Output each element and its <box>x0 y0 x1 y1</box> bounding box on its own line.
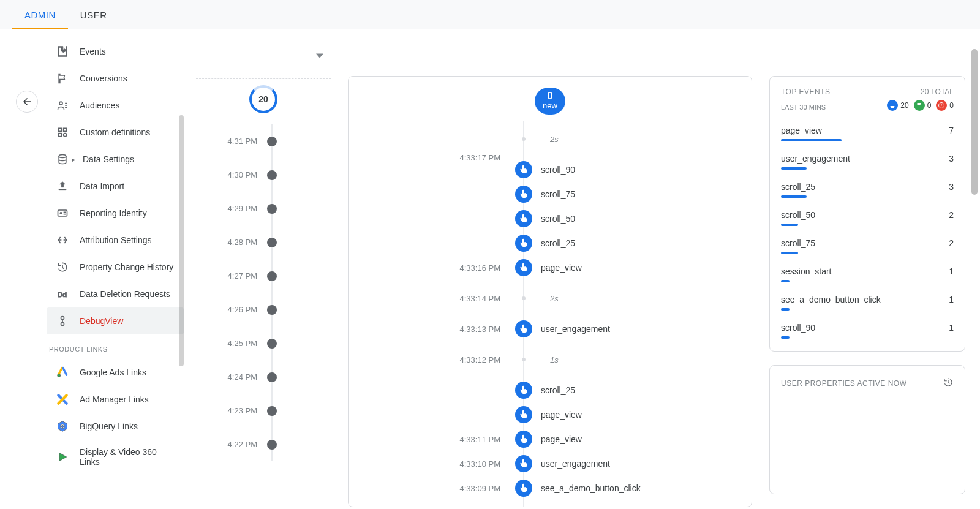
minute-dot[interactable] <box>267 204 277 214</box>
minute-dot[interactable] <box>267 170 277 180</box>
sidebar-item-data-settings[interactable]: ▸ Data Settings <box>47 146 184 173</box>
event-row[interactable]: scroll_25 <box>515 231 741 255</box>
gap-dot <box>522 296 526 300</box>
seconds-time-label: 4:33:14 PM <box>402 294 500 303</box>
chip-errors[interactable]: 0 <box>936 100 954 111</box>
minute-dot[interactable] <box>267 137 277 146</box>
minute-dot[interactable] <box>267 238 277 247</box>
minute-row[interactable]: 4:29 PM <box>267 192 331 225</box>
sidebar-item-label: Custom definitions <box>80 127 150 137</box>
top-event-item[interactable]: see_a_demo_button_click1 <box>781 288 954 317</box>
page-scrollbar[interactable] <box>971 49 978 195</box>
sidebar-item-reporting-identity[interactable]: Reporting Identity <box>47 200 184 227</box>
minute-row[interactable]: 4:24 PM <box>267 360 331 394</box>
event-row[interactable]: 4:33:09 PMsee_a_demo_button_click <box>515 476 741 500</box>
minute-dot[interactable] <box>267 440 277 450</box>
minute-row[interactable]: 4:27 PM <box>267 259 331 293</box>
user-properties-card: USER PROPERTIES ACTIVE NOW <box>769 365 965 494</box>
minute-dot[interactable] <box>267 372 277 382</box>
time-gap-row: 4:33:12 PM1s <box>515 341 741 378</box>
svg-point-7 <box>60 212 62 214</box>
minute-dot[interactable] <box>267 305 277 315</box>
minute-row[interactable]: 4:30 PM <box>267 158 331 192</box>
sidebar-item-attribution-settings[interactable]: Attribution Settings <box>47 227 184 254</box>
minute-row[interactable]: 4:26 PM <box>267 293 331 326</box>
top-event-bar <box>781 252 798 254</box>
top-event-item[interactable]: scroll_901 <box>781 317 954 345</box>
chip-conversions[interactable]: 0 <box>914 100 932 111</box>
seconds-time-label: 4:33:10 PM <box>402 459 500 469</box>
sidebar-item-label: DebugView <box>80 316 123 326</box>
top-event-item[interactable]: page_view7 <box>781 119 954 148</box>
minute-row[interactable]: 4:28 PM <box>267 225 331 259</box>
sidebar-item-custom-definitions[interactable]: Custom definitions <box>47 119 184 146</box>
minute-dot[interactable] <box>267 339 277 349</box>
event-row[interactable]: 4:33:10 PMuser_engagement <box>515 451 741 476</box>
event-row[interactable]: page_view <box>515 402 741 427</box>
sidebar-item-google-ads-links[interactable]: Google Ads Links <box>47 359 184 386</box>
event-row[interactable]: scroll_75 <box>515 182 741 206</box>
sidebar-item-property-change-history[interactable]: Property Change History <box>47 254 184 281</box>
event-row[interactable]: 4:33:16 PMpage_view <box>515 255 741 280</box>
chip-events[interactable]: 20 <box>887 100 908 111</box>
event-row[interactable]: 4:33:11 PMpage_view <box>515 427 741 451</box>
top-event-item[interactable]: scroll_502 <box>781 204 954 232</box>
tab-user[interactable]: USER <box>80 1 107 29</box>
event-row[interactable]: scroll_90 <box>515 157 741 182</box>
minute-dropdown[interactable] <box>316 51 323 61</box>
minute-row[interactable]: 4:25 PM <box>267 326 331 360</box>
top-event-item[interactable]: scroll_253 <box>781 176 954 204</box>
back-button[interactable] <box>16 91 38 113</box>
minute-row[interactable]: 4:31 PM <box>267 124 331 158</box>
google-ads-icon <box>56 366 69 379</box>
product-links-header: PRODUCT LINKS <box>47 334 184 359</box>
svg-marker-15 <box>59 453 67 461</box>
top-event-name: user_engagement <box>781 154 850 164</box>
top-event-name: scroll_90 <box>781 323 815 333</box>
seconds-time-label: 4:33:16 PM <box>402 263 500 273</box>
minute-row[interactable]: 4:22 PM <box>267 428 331 461</box>
event-dot-icon <box>515 235 532 252</box>
sidebar-item-bigquery-links[interactable]: BigQuery Links <box>47 413 184 440</box>
minute-time-label: 4:28 PM <box>202 238 257 247</box>
event-dot-icon <box>515 455 532 472</box>
minute-count-badge[interactable]: 20 <box>249 85 277 113</box>
top-event-count: 2 <box>949 238 954 248</box>
sidebar-item-events[interactable]: Events <box>47 38 184 65</box>
new-events-badge[interactable]: 0 new <box>535 88 565 115</box>
event-row[interactable]: scroll_50 <box>515 206 741 231</box>
svg-point-10 <box>61 323 64 326</box>
minute-dot[interactable] <box>267 271 277 281</box>
event-row[interactable]: 4:33:13 PMuser_engagement <box>515 317 741 341</box>
flag-icon <box>56 72 69 85</box>
sidebar-item-conversions[interactable]: Conversions <box>47 65 184 92</box>
top-events-card: TOP EVENTS LAST 30 MINS 20 TOTAL 20 <box>769 76 965 352</box>
top-event-item[interactable]: user_engagement3 <box>781 148 954 176</box>
minute-dot[interactable] <box>267 406 277 416</box>
history-icon[interactable] <box>943 377 954 390</box>
event-name: scroll_25 <box>541 238 575 248</box>
attribution-icon <box>56 234 69 246</box>
tab-admin[interactable]: ADMIN <box>24 1 56 29</box>
seconds-time-label: 4:33:12 PM <box>402 355 500 364</box>
minute-row[interactable]: 4:23 PM <box>267 394 331 428</box>
gap-duration: 1s <box>550 355 559 364</box>
top-event-bar <box>781 224 798 226</box>
sidebar-item-display-video-360-links[interactable]: Display & Video 360 Links <box>47 440 184 474</box>
event-dot-icon <box>515 406 532 423</box>
seconds-stream-card: 0 new 2s4:33:17 PMscroll_90scroll_75scro… <box>348 76 752 507</box>
sidebar-item-debugview[interactable]: DebugView <box>47 307 184 334</box>
sidebar-scrollbar[interactable] <box>179 115 184 366</box>
top-event-count: 1 <box>949 323 954 333</box>
minute-time-label: 4:31 PM <box>202 137 257 146</box>
top-event-item[interactable]: scroll_752 <box>781 232 954 260</box>
sidebar-item-ad-manager-links[interactable]: Ad Manager Links <box>47 386 184 413</box>
sidebar-item-audiences[interactable]: Audiences <box>47 92 184 119</box>
sidebar-item-data-deletion-requests[interactable]: Dd Data Deletion Requests <box>47 281 184 307</box>
top-event-item[interactable]: session_start1 <box>781 260 954 288</box>
event-row[interactable]: scroll_25 <box>515 378 741 402</box>
top-event-name: scroll_50 <box>781 210 815 220</box>
sidebar-item-data-import[interactable]: Data Import <box>47 173 184 200</box>
top-event-bar <box>781 139 842 141</box>
minute-time-label: 4:24 PM <box>202 372 257 382</box>
